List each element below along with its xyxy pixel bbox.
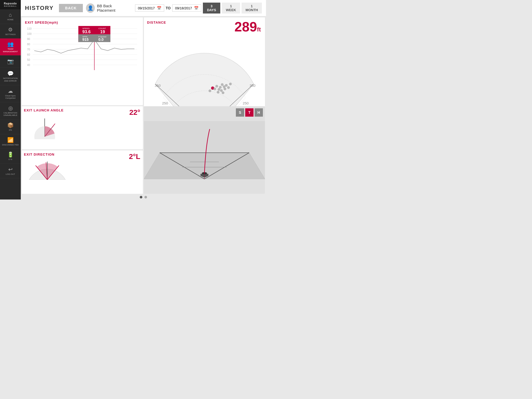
device-label: 0% [9,129,12,131]
dot-2[interactable] [144,196,147,198]
player-info: 👤 BB Back Placement [86,3,130,13]
sidebar-item-device[interactable]: 📦 0% [0,119,21,134]
period-1month-button[interactable]: 1 MONTH [242,3,262,14]
logo-rapsodo: Rapsodo [4,2,17,5]
svg-text:19: 19 [100,29,105,34]
notification-label: NOTIFICATIONAND ERROR [3,77,18,82]
device-icon: 📦 [7,122,14,128]
back-button[interactable]: BACK [59,4,83,12]
svg-point-50 [220,89,223,92]
svg-text:60: 60 [27,53,30,56]
to-label: TO [166,6,171,10]
player-name: BB Back Placement [97,4,130,12]
cloud-label: Cloud SyncCompleted [5,95,16,99]
calibration-icon: ◎ [8,105,13,111]
svg-point-52 [217,91,220,94]
page-title: HISTORY [25,5,54,11]
launch-angle-panel: EXIT LAUNCH ANGLE 22° [22,106,143,150]
battery-label: 0 % [9,158,12,161]
svg-text:100: 100 [27,32,31,35]
date-to-field[interactable]: 09/18/2017 📅 [172,4,201,12]
calendar-from-icon[interactable]: 📅 [157,6,161,10]
exit-speed-chart: 110 100 90 80 70 60 50 40 [25,26,140,73]
svg-point-45 [225,84,228,87]
svg-text:110: 110 [27,27,31,30]
date-from-value: 09/15/2017 [138,6,155,10]
svg-text:40: 40 [27,64,30,66]
period-1week-button[interactable]: 1 WEEK [222,3,240,14]
home-label: HOME [7,18,14,21]
svg-text:250: 250 [162,101,168,105]
sidebar-item-home[interactable]: ⌂ HOME [0,9,21,24]
logo-baseball: BASEBALL [4,5,17,7]
sidebar-item-calibration[interactable]: ◎ CALIBRATIONUNAVAILABLE [0,102,21,119]
cloud-icon: ☁ [8,88,13,94]
launch-angle-title: EXIT LAUNCH ANGLE [24,108,141,112]
exit-speed-panel: EXIT SPEED(mph) 110 100 90 80 70 60 [22,17,143,105]
main-content: HISTORY BACK 👤 BB Back Placement 09/15/2… [21,0,266,200]
sidebar-item-battery[interactable]: 🔋 0 % [0,149,21,164]
wifi-label: DISCONNECTED [2,144,19,146]
sidebar: Rapsodo BASEBALL ⌂ HOME ⚙ SETTINGS 👥 TEA… [0,0,21,200]
sidebar-item-team[interactable]: 👥 TEAMMANAGEMENT [0,38,21,56]
exit-direction-value: 2°L [129,152,140,161]
view-toggle-group: S T H [236,108,263,117]
svg-point-53 [222,91,224,94]
distance-value: 289ft [235,20,261,34]
notification-icon: 💬 [7,70,14,77]
period-3days-button[interactable]: 3 DAYS [203,3,220,14]
svg-text:70: 70 [27,48,30,51]
sidebar-item-notifications[interactable]: 💬 NOTIFICATIONAND ERROR [0,68,21,85]
view-t-button[interactable]: T [245,108,254,117]
date-from-field[interactable]: 09/15/2017 📅 [135,4,164,12]
dot-1[interactable] [140,196,142,198]
logout-icon: ↩ [8,166,13,172]
sidebar-item-logout[interactable]: ↩ LOG OUT [0,164,21,178]
svg-text:915: 915 [82,37,89,42]
date-to-value: 09/18/2017 [175,6,192,10]
svg-point-47 [229,83,232,85]
view-h-button[interactable]: H [255,108,263,117]
sidebar-item-camera[interactable]: 📷 [0,56,21,68]
logout-label: LOG OUT [6,173,15,176]
svg-point-48 [214,88,216,90]
svg-point-43 [221,83,224,86]
team-icon: 👥 [7,41,14,47]
3d-field-view [144,106,265,194]
exit-direction-title: EXIT DIRECTION [24,152,141,156]
svg-point-49 [218,88,221,91]
date-range: 09/15/2017 📅 TO 09/18/2017 📅 3 DAYS 1 WE… [135,3,262,14]
sidebar-item-settings[interactable]: ⚙ SETTINGS [0,24,21,39]
home-icon: ⌂ [9,12,12,18]
chart-container: 110 100 90 80 70 60 50 40 [25,26,140,73]
avatar: 👤 [86,3,95,13]
battery-icon: 🔋 [7,151,14,158]
view-s-button[interactable]: S [236,108,244,117]
svg-point-46 [227,86,230,89]
logo: Rapsodo BASEBALL [0,0,21,9]
calendar-to-icon[interactable]: 📅 [194,6,198,10]
svg-text:0.0: 0.0 [98,37,104,42]
sidebar-item-cloud[interactable]: ☁ Cloud SyncCompleted [0,85,21,102]
view3d-panel: S T H [144,106,265,194]
exit-speed-title: EXIT SPEED(mph) [25,21,140,24]
svg-text:90: 90 [27,38,30,41]
calibration-label: CALIBRATIONUNAVAILABLE [3,112,17,117]
svg-text:93.6: 93.6 [82,29,91,34]
wifi-icon: 📶 [7,137,14,143]
exit-direction-panel: EXIT DIRECTION 2°L [22,150,143,194]
launch-angle-diagram [24,116,65,139]
exit-direction-diagram [24,159,71,180]
team-label: TEAMMANAGEMENT [3,48,18,53]
settings-label: SETTINGS [5,33,16,36]
svg-point-41 [215,85,218,88]
launch-angle-value: 22° [129,108,140,117]
content-grid: EXIT SPEED(mph) 110 100 90 80 70 60 [21,16,266,195]
pagination-dots [21,195,266,200]
svg-text:80: 80 [27,43,30,46]
settings-icon: ⚙ [8,26,13,33]
bottom-left-panels: EXIT LAUNCH ANGLE 22° [22,106,143,194]
svg-text:50: 50 [27,58,30,61]
svg-point-51 [224,88,227,90]
sidebar-item-wifi[interactable]: 📶 DISCONNECTED [0,134,21,149]
